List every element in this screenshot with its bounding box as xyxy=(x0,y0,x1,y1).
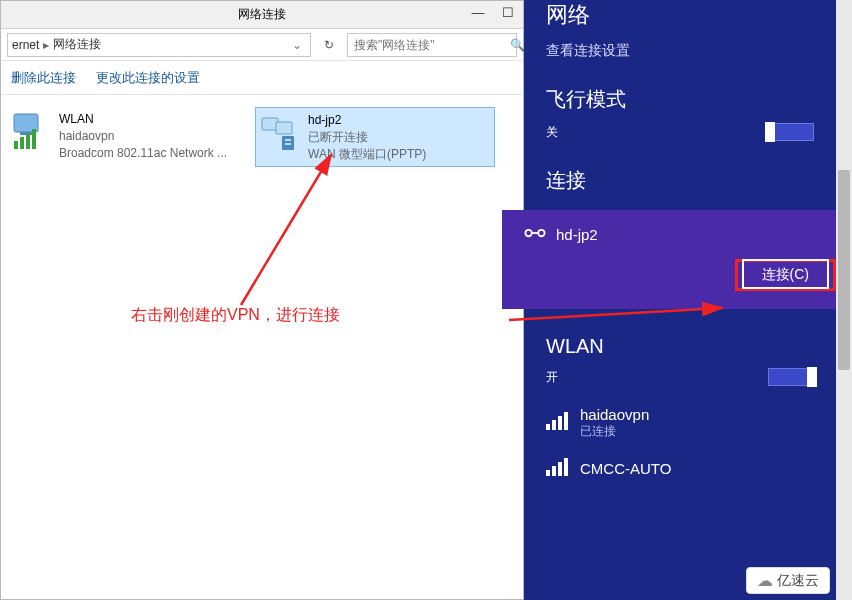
breadcrumb-part[interactable]: ernet xyxy=(12,38,39,52)
connection-title: hd-jp2 xyxy=(308,112,426,129)
svg-rect-10 xyxy=(285,143,291,145)
airplane-toggle[interactable] xyxy=(768,123,814,141)
chevron-right-icon: ▸ xyxy=(43,38,49,52)
connection-item-wlan[interactable]: WLAN haidaovpn Broadcom 802.11ac Network… xyxy=(7,107,247,165)
window-buttons: — ☐ xyxy=(463,1,523,23)
svg-rect-4 xyxy=(26,133,30,149)
scrollbar[interactable] xyxy=(836,0,852,600)
network-connections-window: 网络连接 — ☐ ernet ▸ 网络连接 ⌄ ↻ 🔍 删除此连接 更改此连接的… xyxy=(0,0,524,600)
svg-rect-17 xyxy=(558,416,562,430)
wlan-title: WLAN xyxy=(546,335,814,358)
wifi-status: 已连接 xyxy=(580,424,649,438)
svg-line-11 xyxy=(241,155,331,305)
airplane-mode-title: 飞行模式 xyxy=(546,86,814,113)
svg-rect-21 xyxy=(558,462,562,476)
svg-rect-5 xyxy=(32,129,36,149)
svg-line-23 xyxy=(509,308,722,320)
breadcrumb-part[interactable]: 网络连接 xyxy=(53,36,101,53)
svg-point-12 xyxy=(525,230,531,236)
svg-point-13 xyxy=(538,230,544,236)
window-title: 网络连接 xyxy=(238,6,286,23)
network-charm-panel: 网络 查看连接设置 飞行模式 关 连接 hd-jp2 连接(C) WLAN 开 xyxy=(524,0,836,600)
annotation-highlight: 连接(C) xyxy=(735,259,836,291)
connection-adapter: WAN 微型端口(PPTP) xyxy=(308,146,426,163)
wifi-name: CMCC-AUTO xyxy=(580,460,671,478)
watermark-text: 亿速云 xyxy=(777,572,819,590)
svg-rect-7 xyxy=(276,122,292,134)
vpn-link-icon xyxy=(524,224,546,245)
command-bar: 删除此连接 更改此连接的设置 xyxy=(1,61,523,95)
svg-rect-18 xyxy=(564,412,568,430)
chevron-down-icon[interactable]: ⌄ xyxy=(288,38,306,52)
svg-rect-22 xyxy=(564,458,568,476)
connections-pane[interactable]: WLAN haidaovpn Broadcom 802.11ac Network… xyxy=(1,95,523,599)
wifi-signal-icon xyxy=(546,458,568,479)
connection-adapter: Broadcom 802.11ac Network ... xyxy=(59,145,227,162)
connection-item-hdjp2[interactable]: hd-jp2 已断开连接 WAN 微型端口(PPTP) xyxy=(255,107,495,167)
airplane-state-label: 关 xyxy=(546,124,558,141)
wifi-icon xyxy=(11,111,51,151)
maximize-button[interactable]: ☐ xyxy=(493,1,523,23)
breadcrumb[interactable]: ernet ▸ 网络连接 ⌄ xyxy=(7,33,311,57)
watermark: ☁ 亿速云 xyxy=(746,567,830,594)
minimize-button[interactable]: — xyxy=(463,1,493,23)
scrollbar-thumb[interactable] xyxy=(838,170,850,370)
change-settings-link[interactable]: 更改此连接的设置 xyxy=(96,69,200,87)
wifi-signal-icon xyxy=(546,412,568,433)
vpn-name: hd-jp2 xyxy=(556,226,598,243)
refresh-button[interactable]: ↻ xyxy=(317,33,341,57)
view-connection-settings-link[interactable]: 查看连接设置 xyxy=(546,42,814,60)
cloud-icon: ☁ xyxy=(757,571,773,590)
annotation-text: 右击刚创建的VPN，进行连接 xyxy=(131,305,340,326)
connection-title: WLAN xyxy=(59,111,227,128)
connection-ssid: haidaovpn xyxy=(59,128,227,145)
svg-rect-19 xyxy=(546,470,550,476)
svg-rect-15 xyxy=(546,424,550,430)
connection-status: 已断开连接 xyxy=(308,129,426,146)
wifi-item-cmcc[interactable]: CMCC-AUTO xyxy=(546,458,814,479)
annotation-arrow-icon xyxy=(231,145,351,315)
svg-rect-3 xyxy=(20,137,24,149)
address-bar-row: ernet ▸ 网络连接 ⌄ ↻ 🔍 xyxy=(1,29,523,61)
wifi-name: haidaovpn xyxy=(580,406,649,424)
search-icon[interactable]: 🔍 xyxy=(510,38,525,52)
vpn-icon xyxy=(260,112,300,152)
titlebar[interactable]: 网络连接 — ☐ xyxy=(1,1,523,29)
wlan-toggle[interactable] xyxy=(768,368,814,386)
charm-header: 网络 xyxy=(546,0,814,30)
connection-desc: WLAN haidaovpn Broadcom 802.11ac Network… xyxy=(59,111,227,161)
svg-rect-16 xyxy=(552,420,556,430)
delete-connection-link[interactable]: 删除此连接 xyxy=(11,69,76,87)
search-box[interactable]: 🔍 xyxy=(347,33,517,57)
svg-rect-9 xyxy=(285,139,291,141)
wlan-state-label: 开 xyxy=(546,369,558,386)
wifi-item-haidaovpn[interactable]: haidaovpn 已连接 xyxy=(546,406,814,438)
connect-button[interactable]: 连接(C) xyxy=(742,259,829,289)
connection-desc: hd-jp2 已断开连接 WAN 微型端口(PPTP) xyxy=(308,112,426,162)
svg-rect-20 xyxy=(552,466,556,476)
vpn-selected-item[interactable]: hd-jp2 连接(C) xyxy=(502,210,852,309)
search-input[interactable] xyxy=(352,37,506,53)
connections-title: 连接 xyxy=(546,167,814,194)
svg-rect-2 xyxy=(14,141,18,149)
